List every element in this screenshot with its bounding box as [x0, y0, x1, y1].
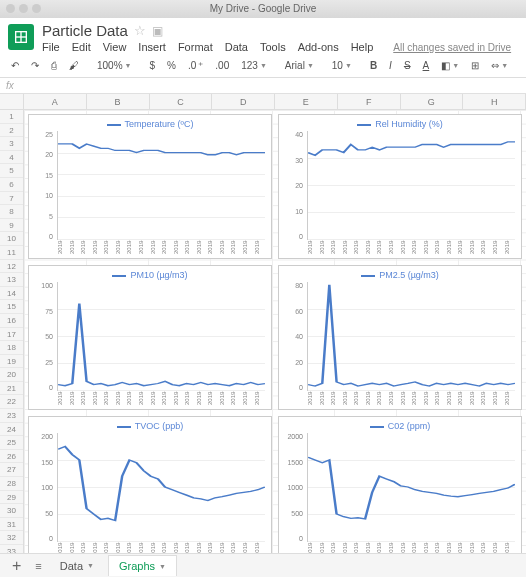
fx-label: fx	[6, 80, 14, 91]
chart[interactable]: PM2.5 (µg/m3)8060402002019-0…2019-0…2019…	[278, 265, 522, 410]
chart-x-axis: 2019-0…2019-0…2019-0…2019-0…2019-0…2019-…	[307, 391, 515, 405]
col-header[interactable]: B	[87, 94, 150, 109]
paint-format-button[interactable]: 🖌	[66, 58, 82, 73]
row-header[interactable]: 19	[0, 355, 23, 369]
print-button[interactable]: ⎙	[48, 58, 60, 73]
row-header[interactable]: 30	[0, 504, 23, 518]
save-status: All changes saved in Drive	[393, 42, 511, 53]
menu-insert[interactable]: Insert	[138, 41, 166, 53]
chart-y-axis: 806040200	[283, 282, 305, 391]
currency-button[interactable]: $	[147, 58, 159, 73]
chart-legend: Rel Humidity (%)	[283, 119, 517, 129]
star-icon[interactable]: ☆	[134, 23, 146, 38]
menu-help[interactable]: Help	[351, 41, 374, 53]
row-header[interactable]: 29	[0, 491, 23, 505]
toolbar: ↶ ↷ ⎙ 🖌 100%▼ $ % .0⁺ .00 123▼ Arial▼ 10…	[0, 53, 526, 78]
doc-title[interactable]: Particle Data	[42, 22, 128, 39]
font-select[interactable]: Arial▼	[282, 58, 317, 73]
row-header[interactable]: 17	[0, 328, 23, 342]
menu-data[interactable]: Data	[225, 41, 248, 53]
row-header[interactable]: 4	[0, 151, 23, 165]
add-sheet-button[interactable]: +	[6, 557, 27, 575]
row-header[interactable]: 12	[0, 260, 23, 274]
menu-edit[interactable]: Edit	[72, 41, 91, 53]
row-header[interactable]: 2	[0, 124, 23, 138]
window-controls[interactable]	[6, 4, 41, 13]
row-header[interactable]: 24	[0, 423, 23, 437]
col-header[interactable]: A	[24, 94, 87, 109]
formula-input[interactable]	[14, 80, 520, 91]
row-header[interactable]: 32	[0, 531, 23, 545]
fill-color-button[interactable]: ◧▼	[438, 58, 462, 73]
row-header[interactable]: 10	[0, 232, 23, 246]
chart-plot-area	[57, 282, 265, 391]
chart[interactable]: TVOC (ppb)2001501005002019-0…2019-0…2019…	[28, 416, 272, 561]
chart-legend: C02 (ppm)	[283, 421, 517, 431]
row-header[interactable]: 18	[0, 341, 23, 355]
chart-plot-area	[307, 282, 515, 391]
all-sheets-button[interactable]: ≡	[31, 560, 45, 572]
chart-legend: PM2.5 (µg/m3)	[283, 270, 517, 280]
row-header[interactable]: 31	[0, 518, 23, 532]
menu-format[interactable]: Format	[178, 41, 213, 53]
font-size-select[interactable]: 10▼	[329, 58, 355, 73]
increase-decimal-button[interactable]: .00	[212, 58, 232, 73]
tab-data[interactable]: Data▼	[50, 556, 104, 576]
borders-button[interactable]: ⊞	[468, 58, 482, 73]
col-header[interactable]: D	[212, 94, 275, 109]
col-header[interactable]: H	[463, 94, 526, 109]
merge-button[interactable]: ⇔▼	[488, 58, 511, 73]
row-header[interactable]: 3	[0, 137, 23, 151]
menu-addons[interactable]: Add-ons	[298, 41, 339, 53]
row-header[interactable]: 7	[0, 192, 23, 206]
chart-y-axis: 200150100500	[33, 433, 55, 542]
app-header: Particle Data ☆ ▣ File Edit View Insert …	[0, 18, 526, 53]
chart[interactable]: Temperature (ºC)25201510502019-0…2019-0……	[28, 114, 272, 259]
row-header[interactable]: 28	[0, 477, 23, 491]
menu-file[interactable]: File	[42, 41, 60, 53]
row-header[interactable]: 14	[0, 287, 23, 301]
chart-plot-area	[307, 433, 515, 542]
col-header[interactable]: E	[275, 94, 338, 109]
row-header[interactable]: 8	[0, 205, 23, 219]
row-header[interactable]: 9	[0, 219, 23, 233]
percent-button[interactable]: %	[164, 58, 179, 73]
row-header[interactable]: 11	[0, 246, 23, 260]
tab-graphs[interactable]: Graphs▼	[108, 555, 177, 576]
text-color-button[interactable]: A	[420, 58, 433, 73]
chart-y-axis: 403020100	[283, 131, 305, 240]
number-format-select[interactable]: 123▼	[238, 58, 270, 73]
chart[interactable]: C02 (ppm)20001500100050002019-0…2019-0…2…	[278, 416, 522, 561]
row-header[interactable]: 6	[0, 178, 23, 192]
row-header[interactable]: 22	[0, 395, 23, 409]
strike-button[interactable]: S	[401, 58, 414, 73]
col-header[interactable]: G	[401, 94, 464, 109]
decrease-decimal-button[interactable]: .0⁺	[185, 58, 206, 73]
redo-button[interactable]: ↷	[28, 58, 42, 73]
row-header[interactable]: 26	[0, 450, 23, 464]
col-header[interactable]: C	[150, 94, 213, 109]
bold-button[interactable]: B	[367, 58, 380, 73]
sheets-logo[interactable]	[8, 24, 34, 50]
formula-bar: fx	[0, 78, 526, 94]
zoom-select[interactable]: 100%▼	[94, 58, 135, 73]
row-header[interactable]: 5	[0, 164, 23, 178]
chart[interactable]: Rel Humidity (%)4030201002019-0…2019-0…2…	[278, 114, 522, 259]
chart[interactable]: PM10 (µg/m3)10075502502019-0…2019-0…2019…	[28, 265, 272, 410]
row-header[interactable]: 13	[0, 273, 23, 287]
menu-tools[interactable]: Tools	[260, 41, 286, 53]
row-header[interactable]: 1	[0, 110, 23, 124]
folder-icon[interactable]: ▣	[152, 24, 163, 38]
row-header[interactable]: 20	[0, 368, 23, 382]
undo-button[interactable]: ↶	[8, 58, 22, 73]
row-header[interactable]: 25	[0, 436, 23, 450]
menu-view[interactable]: View	[103, 41, 127, 53]
italic-button[interactable]: I	[386, 58, 395, 73]
row-header[interactable]: 15	[0, 300, 23, 314]
row-header[interactable]: 23	[0, 409, 23, 423]
row-header[interactable]: 27	[0, 463, 23, 477]
row-header[interactable]: 21	[0, 382, 23, 396]
row-header[interactable]: 16	[0, 314, 23, 328]
spreadsheet-grid[interactable]: A B C D E F G H 123456789101112131415161…	[0, 94, 526, 564]
col-header[interactable]: F	[338, 94, 401, 109]
